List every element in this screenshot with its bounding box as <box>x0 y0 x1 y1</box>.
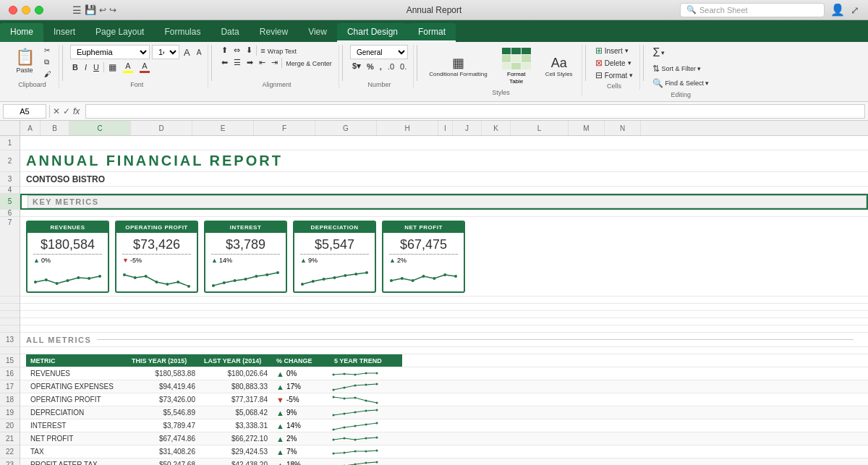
tab-review[interactable]: Review <box>250 23 298 42</box>
net-profit-trend <box>383 266 464 291</box>
metric-card-interest: INTEREST $3,789 ▲ 14% <box>204 221 287 293</box>
tr-np-change: ▲ 2% <box>272 435 330 443</box>
tab-view[interactable]: View <box>298 23 337 42</box>
format-cells-btn[interactable]: ⊟ Format ▾ <box>593 69 636 81</box>
row-16: 16 <box>0 367 20 380</box>
format-painter-button[interactable]: 🖌 <box>41 69 54 80</box>
col-header-A: A <box>20 121 41 135</box>
decrease-indent-btn[interactable]: ⇤ <box>257 57 268 68</box>
tr-op-pct: -5% <box>286 396 299 404</box>
merge-center-label: Merge & Center <box>286 60 332 67</box>
font-family-select[interactable]: Euphemia <box>70 45 150 59</box>
sheet-row-10 <box>20 311 868 318</box>
cell-styles-button[interactable]: Aa Cell Styles <box>541 53 577 80</box>
font-size-select[interactable]: 14 <box>152 45 179 59</box>
sheet-row-3: CONTOSO BISTRO <box>20 172 868 187</box>
name-box[interactable] <box>3 104 46 119</box>
currency-btn[interactable]: $▾ <box>350 61 363 72</box>
svg-point-67 <box>354 450 357 452</box>
col-header-K: K <box>482 121 511 135</box>
align-left-btn[interactable]: ⬅ <box>219 57 230 68</box>
border-button[interactable]: ▦ <box>106 61 119 73</box>
middle-align-btn[interactable]: ⇔ <box>231 45 242 56</box>
tab-page-layout[interactable]: Page Layout <box>85 23 154 42</box>
interest-change: ▲ 14% <box>205 255 286 266</box>
format-as-table-btn[interactable]: FormatTable <box>496 45 537 88</box>
decrease-font-btn[interactable]: A <box>195 48 204 57</box>
revenues-value: $180,584 <box>27 233 108 254</box>
fill-color-button[interactable]: A <box>121 61 135 74</box>
svg-point-23 <box>323 278 326 281</box>
tr-dep-pct: 9% <box>286 409 297 417</box>
expand-icon[interactable]: ⤢ <box>851 4 859 16</box>
tr-opex-this: $94,419.46 <box>127 383 200 391</box>
cancel-formula-btn[interactable]: ✕ <box>53 106 60 116</box>
bottom-align-btn[interactable]: ⬇ <box>244 45 255 56</box>
tab-chart-design[interactable]: Chart Design <box>337 23 408 42</box>
maximize-button[interactable] <box>35 6 43 14</box>
format-as-table-label: FormatTable <box>507 71 525 85</box>
svg-point-6 <box>98 275 101 278</box>
conditional-formatting-button[interactable]: ▦ Conditional Formatting <box>425 52 491 81</box>
sheet-row-9 <box>20 304 868 311</box>
increase-font-btn[interactable]: A <box>182 46 192 59</box>
increase-decimal-btn[interactable]: .0 <box>386 61 396 72</box>
bold-button[interactable]: B <box>70 62 80 72</box>
ribbon-group-editing: Σ ▾ ⇅ Sort & Filter ▾ 🔍 Find & Select ▾ … <box>647 45 715 98</box>
comma-btn[interactable]: , <box>378 61 384 72</box>
sheet-scroll-area[interactable]: ANNUAL FINANCIAL REPORT CONTOSO BISTRO K… <box>20 136 868 465</box>
autosum-btn[interactable]: Σ ▾ <box>651 45 666 61</box>
tab-format[interactable]: Format <box>408 23 456 42</box>
italic-button[interactable]: I <box>82 62 89 72</box>
save-icon[interactable]: 💾 <box>85 4 96 15</box>
font-color-button[interactable]: A <box>137 61 152 74</box>
align-center-btn[interactable]: ☰ <box>231 57 243 68</box>
copy-button[interactable]: ⧉ <box>41 56 54 68</box>
percent-btn[interactable]: % <box>365 61 376 72</box>
find-select-btn[interactable]: 🔍 Find & Select ▾ <box>651 77 710 90</box>
svg-point-41 <box>344 386 346 388</box>
sort-filter-btn[interactable]: ⇅ Sort & Filter ▾ <box>651 62 702 75</box>
undo-icon[interactable]: ↩ <box>99 5 106 15</box>
col-header-M: M <box>569 121 605 135</box>
close-button[interactable] <box>9 6 17 14</box>
decrease-decimal-btn[interactable]: 0. <box>398 61 409 72</box>
ribbon-group-clipboard: 📋 Paste ✂ ⧉ 🖌 Clipboard <box>6 45 59 88</box>
share-icon[interactable]: 👤 <box>830 3 845 17</box>
tr-dep-metric: DEPRECIATION <box>26 409 127 417</box>
tr-dep-sparkline <box>330 406 388 418</box>
tab-insert[interactable]: Insert <box>43 23 85 42</box>
tab-formulas[interactable]: Formulas <box>154 23 210 42</box>
separator-5 <box>585 45 586 81</box>
delete-cells-btn[interactable]: ⊠ Delete ▾ <box>593 57 636 69</box>
cut-button[interactable]: ✂ <box>41 45 54 56</box>
redo-icon[interactable]: ↪ <box>109 5 116 15</box>
increase-indent-btn[interactable]: ⇥ <box>269 57 280 68</box>
sheet-row-5-selected[interactable]: KEY METRICS <box>20 194 868 210</box>
minimize-button[interactable] <box>22 6 30 14</box>
insert-label: Insert <box>605 47 623 55</box>
table-header-change: % CHANGE <box>272 354 330 367</box>
formula-divider <box>49 105 50 118</box>
tab-home[interactable]: Home <box>0 23 43 42</box>
insert-cells-btn[interactable]: ⊞ Insert ▾ <box>593 45 636 56</box>
tr-op-this: $73,426.00 <box>127 396 200 404</box>
tr-revenues-last: $180,026.64 <box>200 370 272 377</box>
number-format-select[interactable]: General <box>350 45 408 59</box>
tab-data[interactable]: Data <box>210 23 249 42</box>
paste-button[interactable]: 📋 Paste <box>10 45 39 77</box>
merge-center-btn[interactable]: Merge & Center <box>284 58 334 68</box>
underline-button[interactable]: U <box>91 62 101 72</box>
row-18: 18 <box>0 393 20 406</box>
formula-input[interactable] <box>85 104 865 119</box>
sort-filter-dropdown: ▾ <box>697 65 701 72</box>
wrap-text-btn[interactable]: ≡ Wrap Text <box>258 46 299 56</box>
tr-revenues-pct: 0% <box>286 370 297 377</box>
sidebar-icon[interactable]: ☰ <box>72 4 82 16</box>
styles-label: Styles <box>492 89 510 96</box>
row-12 <box>0 325 20 333</box>
search-box[interactable]: 🔍 Search Sheet <box>680 3 825 17</box>
enter-formula-btn[interactable]: ✓ <box>63 106 70 116</box>
top-align-btn[interactable]: ⬆ <box>219 45 230 56</box>
align-right-btn[interactable]: ➡ <box>244 57 255 68</box>
